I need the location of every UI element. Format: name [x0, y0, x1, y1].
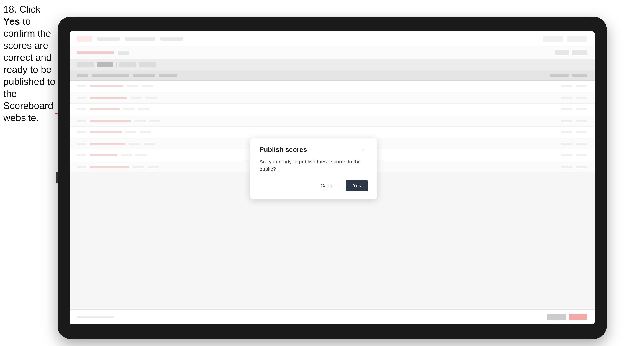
modal-close-button[interactable]: ×	[360, 146, 368, 153]
modal-header: Publish scores ×	[260, 146, 368, 154]
tablet-frame: Publish scores × Are you ready to publis…	[58, 17, 607, 339]
tablet-side-button	[56, 172, 58, 183]
yes-button[interactable]: Yes	[346, 180, 368, 191]
modal-footer: Cancel Yes	[260, 180, 368, 191]
cancel-button[interactable]: Cancel	[314, 180, 342, 191]
tablet-screen: Publish scores × Are you ready to publis…	[70, 31, 595, 324]
instruction-text: 18. Click Yes to confirm the scores are …	[3, 3, 57, 124]
modal-overlay: Publish scores × Are you ready to publis…	[70, 31, 595, 324]
modal-title: Publish scores	[260, 146, 307, 154]
modal-body-text: Are you ready to publish these scores to…	[260, 158, 368, 173]
publish-scores-modal: Publish scores × Are you ready to publis…	[250, 138, 377, 198]
